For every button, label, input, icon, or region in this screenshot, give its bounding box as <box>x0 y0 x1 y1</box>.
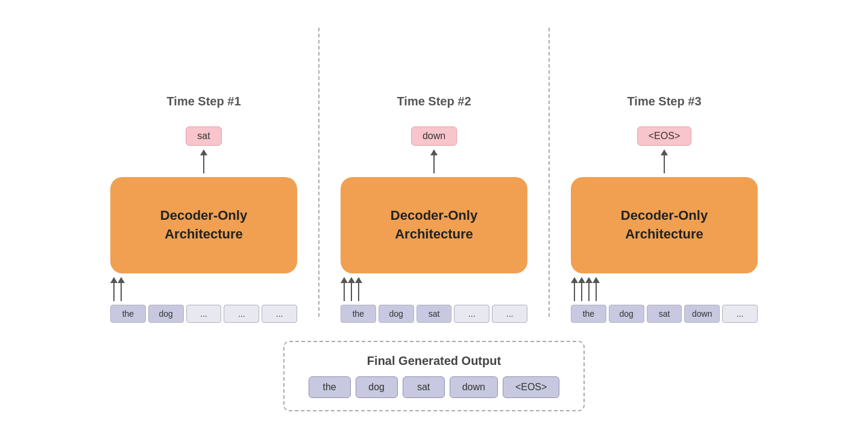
step1-token-4: ... <box>262 305 297 323</box>
final-token-4: <EOS> <box>503 376 559 398</box>
final-output-section: Final Generated Output the dog sat down … <box>283 341 585 411</box>
step2-input-tokens: the dog sat ... ... <box>341 305 527 323</box>
step3-decoder-label2: Architecture <box>625 225 703 244</box>
final-token-3: down <box>450 376 498 398</box>
step2-input-arrow3 <box>355 277 362 301</box>
step2-decoder-label2: Architecture <box>395 225 473 244</box>
final-token-2: sat <box>403 376 445 398</box>
final-output-box: Final Generated Output the dog sat down … <box>283 341 585 411</box>
step2-token-1: dog <box>379 305 414 323</box>
step2-token-0: the <box>341 305 376 323</box>
step3-token-0: the <box>571 305 606 323</box>
step3-output-token: <EOS> <box>637 126 691 146</box>
final-output-title: Final Generated Output <box>367 354 501 368</box>
step1-input-arrow1 <box>110 277 118 301</box>
step1-arrowline <box>203 155 204 173</box>
step2-decoder-box: Decoder-Only Architecture <box>341 177 527 273</box>
step1-input-tokens: the dog ... ... ... <box>110 305 297 323</box>
step1-token-1: dog <box>148 305 184 323</box>
step1-input-arrow2 <box>118 277 125 301</box>
step1-decoder-box: Decoder-Only Architecture <box>110 177 297 273</box>
final-token-0: the <box>309 376 351 398</box>
step3-input-arrow2 <box>578 277 585 301</box>
final-tokens-row: the dog sat down <EOS> <box>309 376 560 398</box>
step1-output-token: sat <box>186 126 222 146</box>
step2-decoder-label1: Decoder-Only <box>391 207 477 225</box>
step2-token-4: ... <box>492 305 527 323</box>
time-steps-row: Time Step #1 sat Decoder-Only Architectu… <box>42 28 826 323</box>
step3-input-arrow1 <box>571 277 578 301</box>
step3-input-arrows <box>571 273 758 305</box>
step2-input-arrow2 <box>348 277 355 301</box>
step3-decoder-box: Decoder-Only Architecture <box>571 177 758 273</box>
step3-input-tokens: the dog sat down ... <box>571 305 758 323</box>
step1-title: Time Step #1 <box>166 95 241 108</box>
step1-token-2: ... <box>186 305 222 323</box>
time-step-2: Time Step #2 down Decoder-Only Architect… <box>319 95 549 323</box>
step2-input-arrow1 <box>341 277 348 301</box>
step3-token-1: dog <box>609 305 644 323</box>
step1-token-3: ... <box>224 305 259 323</box>
step2-output-arrow <box>430 149 438 173</box>
step1-output-arrow <box>200 149 207 173</box>
step3-input-arrow4 <box>593 277 600 301</box>
step1-arrowhead <box>200 149 207 155</box>
step3-token-3: down <box>684 305 720 323</box>
main-container: Time Step #1 sat Decoder-Only Architectu… <box>42 28 826 411</box>
step3-input-arrow3 <box>585 277 593 301</box>
step1-decoder-label2: Architecture <box>165 225 243 244</box>
step2-input-arrows <box>341 273 527 305</box>
step1-decoder-label1: Decoder-Only <box>160 207 247 225</box>
step3-output-arrow <box>661 149 668 173</box>
step3-decoder-label1: Decoder-Only <box>621 207 708 225</box>
step3-title: Time Step #3 <box>627 95 701 108</box>
step1-token-0: the <box>110 305 146 323</box>
time-step-3: Time Step #3 <EOS> Decoder-Only Architec… <box>550 95 779 323</box>
step3-token-2: sat <box>647 305 682 323</box>
step3-token-4: ... <box>722 305 758 323</box>
step2-title: Time Step #2 <box>397 95 471 108</box>
final-token-1: dog <box>356 376 398 398</box>
time-step-1: Time Step #1 sat Decoder-Only Architectu… <box>89 95 318 323</box>
step2-output-token: down <box>411 126 457 146</box>
step2-token-3: ... <box>454 305 489 323</box>
step2-token-2: sat <box>417 305 452 323</box>
step1-input-arrows <box>110 273 297 305</box>
